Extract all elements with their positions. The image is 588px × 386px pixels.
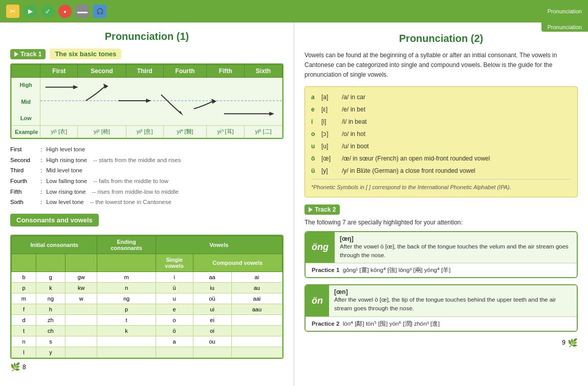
vowel-desc: /œ/ in sœur (French) an open mid-front r… — [342, 152, 490, 165]
tone-desc-fourth: Fourth : Low falling tone -- falls from … — [10, 176, 284, 187]
tone-desc-first: First : High level tone — [10, 144, 284, 155]
cv-sv-cell: u — [156, 293, 193, 304]
initial-consonants-header: Initial consonants — [12, 236, 97, 254]
sound-card-1: öng [œŋ] After the vowel ö [œ], the back… — [304, 231, 578, 279]
vowel-note: *Phonetic Symbols in [ ] correspond to t… — [311, 179, 571, 193]
tone-descriptions: First : High level tone Second : High ri… — [10, 144, 284, 208]
svg-marker-2 — [73, 85, 78, 89]
scissors-icon[interactable]: ✂ — [6, 5, 19, 18]
tones-example-row: Example yi¹ [衣] yi² [椅] yi³ [意] yi⁴ [醫] … — [12, 126, 282, 138]
example-3: yi³ [意] — [126, 126, 163, 138]
vowel-sym: a — [311, 91, 321, 103]
cv-cpv-cell: ui — [193, 304, 231, 315]
svg-marker-7 — [211, 99, 216, 104]
track2-button[interactable]: Track 2 — [304, 205, 340, 215]
cv-ec-cell — [97, 336, 156, 347]
track1-topic: The six basic tones — [50, 49, 121, 59]
sound-phonetic: [œn] — [334, 288, 572, 296]
cv-ic-cell: h — [36, 304, 65, 315]
right-page-header: Pronunciation — [541, 22, 588, 32]
vowel-desc: /o/ in hot — [342, 128, 365, 140]
tones-diagram-svg — [40, 79, 282, 123]
check-icon[interactable]: ✓ — [41, 5, 54, 18]
cv-sv-cell: ü — [156, 283, 193, 293]
play-triangle-2-icon — [309, 207, 313, 212]
cv-cpv-cell: oü — [193, 293, 231, 304]
tones-col-empty — [12, 65, 40, 78]
example-2: yi² [椅] — [78, 126, 126, 138]
cv-ic-cell: b — [12, 272, 36, 283]
cv-ic-cell: g — [36, 272, 65, 283]
page-left: Pronunciation (1) Track 1 The six basic … — [0, 22, 294, 386]
mid-label: Mid — [16, 99, 36, 105]
cv-sv-cell — [156, 347, 193, 358]
svg-marker-5 — [146, 99, 151, 103]
cassette-icon[interactable]: ▬▬ — [76, 5, 89, 18]
sv-header: Singlevowels — [156, 254, 193, 272]
cv-ic-cell: t — [12, 326, 36, 336]
svg-marker-9 — [269, 112, 274, 116]
tones-col-first: First — [40, 65, 78, 78]
cv-cpv-cell — [231, 326, 282, 336]
tones-col-fourth: Fourth — [163, 65, 207, 78]
left-page-num: 8 — [23, 364, 26, 371]
vowel-intro: Vowels can be found at the beginning of … — [304, 51, 578, 80]
play-icon[interactable]: ▶ — [24, 5, 37, 18]
track2-label: Track 2 — [315, 206, 336, 213]
right-page-title: Pronunciation (2) — [304, 33, 578, 44]
cv-ec-cell: ng — [97, 293, 156, 304]
cv-ec-cell: m — [97, 272, 156, 283]
cv-cpv-cell: oi — [193, 326, 231, 336]
vowel-sym: ö — [311, 152, 321, 165]
cv-ic-cell: d — [12, 315, 36, 326]
svg-marker-6 — [180, 111, 184, 116]
vowel-row: u[u]/u/ in boot — [311, 140, 571, 152]
cv-ic-cell — [65, 315, 97, 326]
left-page-title: Pronunciation (1) — [10, 31, 284, 42]
cv-ec-cell: p — [97, 304, 156, 315]
cv-ic-cell: p — [12, 283, 36, 293]
track1-row: Track 1 The six basic tones — [10, 49, 284, 59]
cv-ic-cell: s — [36, 336, 65, 347]
cv-cpv-cell — [231, 347, 282, 358]
cv-ic-cell — [65, 326, 97, 336]
consonants-section-title: Consonants and vowels — [10, 214, 99, 226]
cv-sv-cell: i — [156, 272, 193, 283]
cv-ec-cell — [97, 347, 156, 358]
vowel-row: i[i]/i/ in beat — [311, 116, 571, 128]
record-icon[interactable]: ● — [58, 5, 72, 18]
page-right: Pronunciation Pronunciation (2) Vowels c… — [294, 22, 588, 386]
svg-marker-3 — [103, 84, 108, 89]
sound-phonetic-block: [œn] After the vowel ö [œ], the tip of t… — [329, 285, 577, 316]
cv-cpv-cell — [193, 347, 231, 358]
headphone-icon[interactable]: 🎧 — [93, 5, 106, 18]
right-page-num: 9 — [562, 339, 565, 346]
cv-ic-cell: m — [12, 293, 36, 304]
cv-sv-cell: e — [156, 304, 193, 315]
vowel-row: e[ε]/e/ in bet — [311, 103, 571, 116]
example-4: yi⁴ [醫] — [163, 126, 207, 138]
tone-desc-fifth: Fifth : Low rising tone -- rises from mi… — [10, 187, 284, 197]
cv-ic-cell: f — [12, 304, 36, 315]
vowel-desc: /e/ in bet — [342, 103, 365, 116]
track1-button[interactable]: Track 1 — [10, 49, 46, 59]
vowel-desc: /a/ in car — [342, 91, 365, 103]
vowel-table: a[a]/a/ in care[ε]/e/ in beti[i]/i/ in b… — [304, 86, 578, 197]
cv-ic-cell: k — [36, 283, 65, 293]
cv-cpv-cell: iu — [193, 283, 231, 293]
vowel-row: ö[œ]/œ/ in sœur (French) an open mid-fro… — [311, 152, 571, 165]
cv-ic-cell: w — [65, 293, 97, 304]
cv-ic-cell: l — [12, 347, 36, 358]
sound-cards-container: öng [œŋ] After the vowel ö [œ], the back… — [304, 231, 578, 332]
tones-col-fifth: Fifth — [207, 65, 245, 78]
play-triangle-icon — [14, 52, 18, 57]
vowel-sym: o — [311, 128, 321, 140]
tones-col-third: Third — [126, 65, 163, 78]
vowel-desc: /i/ in beat — [342, 116, 367, 128]
cv-header: Compound vowels — [193, 254, 282, 272]
vowel-phonetic: [u] — [321, 140, 342, 152]
sound-card-2: ön [œn] After the vowel ö [œ], the tip o… — [304, 284, 578, 332]
toolbar: ✂ ▶ ✓ ● ▬▬ 🎧 Pronunciation — [0, 0, 588, 22]
toolbar-right-label: Pronunciation — [548, 8, 582, 14]
cv-ic-cell: n — [12, 336, 36, 347]
